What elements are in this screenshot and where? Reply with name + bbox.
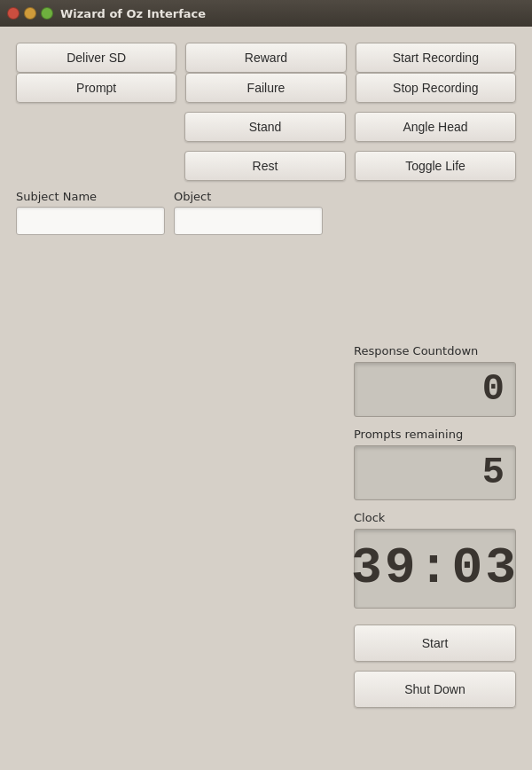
- prompts-remaining-label: Prompts remaining: [354, 428, 516, 441]
- subject-name-group: Subject Name: [16, 190, 165, 235]
- clock-display: 39:03: [354, 529, 516, 609]
- response-countdown-section: Response Countdown 0: [354, 344, 516, 417]
- response-countdown-value: 0: [482, 371, 506, 408]
- object-group: Object: [174, 190, 323, 235]
- clock-label: Clock: [354, 511, 516, 524]
- window-controls[interactable]: [7, 7, 53, 20]
- angle-head-button[interactable]: Angle Head: [355, 112, 516, 142]
- toggle-life-button[interactable]: Toggle Life: [355, 151, 516, 181]
- window-title: Wizard of Oz Interface: [60, 7, 206, 20]
- rest-button[interactable]: Rest: [184, 151, 346, 181]
- maximize-button[interactable]: [41, 7, 53, 20]
- object-input[interactable]: [174, 207, 323, 235]
- stop-recording-button[interactable]: Stop Recording: [356, 73, 516, 103]
- prompt-button[interactable]: Prompt: [16, 73, 176, 103]
- titlebar: Wizard of Oz Interface: [0, 0, 532, 27]
- clock-value: 39:03: [351, 543, 519, 594]
- content-area: Deliver SD Reward Start Recording Prompt…: [16, 43, 516, 770]
- right-panel: Response Countdown 0 Prompts remaining 5…: [354, 344, 516, 708]
- minimize-button[interactable]: [24, 7, 36, 20]
- object-label: Object: [174, 190, 323, 203]
- subject-name-label: Subject Name: [16, 190, 165, 203]
- fields-row: Subject Name Object: [16, 190, 516, 235]
- response-countdown-display: 0: [354, 362, 516, 417]
- prompts-remaining-section: Prompts remaining 5: [354, 428, 516, 500]
- start-recording-button[interactable]: Start Recording: [356, 43, 516, 73]
- response-countdown-label: Response Countdown: [354, 344, 516, 358]
- shut-down-button[interactable]: Shut Down: [354, 671, 516, 708]
- button-row-4: Rest Toggle Life: [16, 151, 516, 181]
- reward-button[interactable]: Reward: [185, 43, 346, 73]
- failure-button[interactable]: Failure: [185, 73, 346, 103]
- subject-name-input[interactable]: [16, 207, 165, 235]
- start-button[interactable]: Start: [354, 625, 516, 662]
- bottom-buttons: Start Shut Down: [354, 625, 516, 708]
- button-row-3: Stand Angle Head: [16, 112, 516, 142]
- button-row-1: Deliver SD Reward Start Recording: [16, 43, 516, 73]
- prompts-remaining-display: 5: [354, 445, 516, 500]
- main-content: Deliver SD Reward Start Recording Prompt…: [0, 27, 532, 770]
- button-row-2: Prompt Failure Stop Recording: [16, 73, 516, 103]
- stand-button[interactable]: Stand: [184, 112, 346, 142]
- clock-section: Clock 39:03: [354, 511, 516, 609]
- prompts-remaining-value: 5: [482, 454, 506, 491]
- close-button[interactable]: [7, 7, 20, 20]
- deliver-sd-button[interactable]: Deliver SD: [16, 43, 176, 73]
